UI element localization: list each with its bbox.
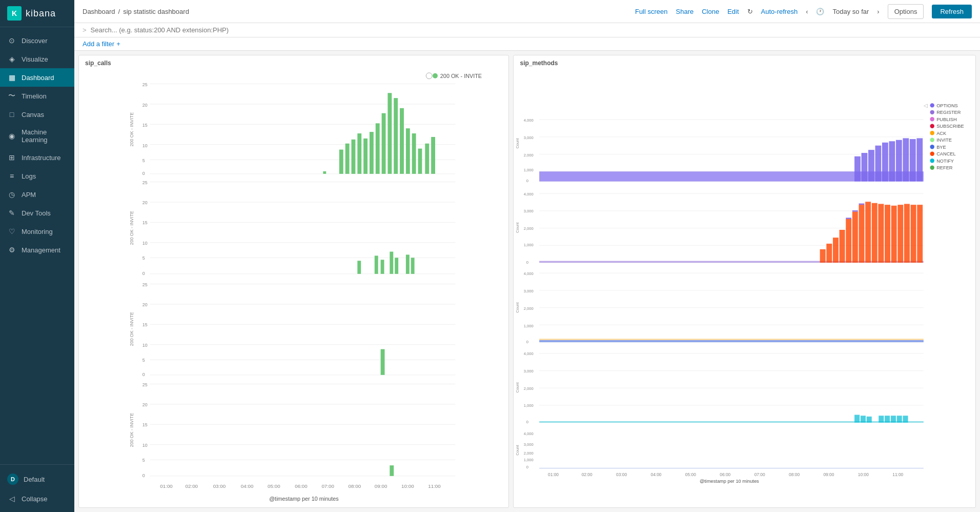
sidebar-item-apm[interactable]: ◷ APM: [0, 185, 74, 204]
user-avatar: D: [7, 474, 18, 485]
svg-rect-20: [363, 139, 368, 174]
svg-text:2,000: 2,000: [524, 386, 534, 391]
svg-point-109: [930, 159, 934, 163]
svg-text:3,000: 3,000: [524, 289, 534, 293]
breadcrumb-current: sip statistic dashboard: [123, 8, 189, 15]
svg-rect-131: [889, 141, 895, 181]
svg-text:0: 0: [142, 473, 145, 478]
svg-text:1,000: 1,000: [524, 168, 534, 172]
nav-prev-icon[interactable]: ‹: [806, 8, 808, 15]
svg-point-105: [930, 145, 934, 149]
breadcrumb-home[interactable]: Dashboard: [83, 8, 115, 15]
sidebar-item-machine-learning[interactable]: ◉ Machine Learning: [0, 124, 74, 148]
add-filter-button[interactable]: Add a filter +: [83, 40, 120, 48]
sidebar-item-logs[interactable]: ≡ Logs: [0, 167, 74, 185]
topbar: Dashboard / sip statistic dashboard Full…: [74, 0, 980, 23]
search-input[interactable]: [91, 26, 972, 34]
svg-text:200 OK - INVITE: 200 OK - INVITE: [129, 413, 134, 447]
sidebar-item-timelion[interactable]: 〜 Timelion: [0, 87, 74, 105]
share-button[interactable]: Share: [676, 8, 694, 15]
nav-next-icon[interactable]: ›: [877, 8, 879, 15]
refresh-button[interactable]: Refresh: [932, 5, 972, 18]
ml-icon: ◉: [7, 131, 16, 141]
sidebar-item-canvas[interactable]: □ Canvas: [0, 105, 74, 124]
svg-text:@timestamp per 10 minutes: @timestamp per 10 minutes: [269, 496, 339, 502]
add-filter-icon: +: [116, 40, 120, 48]
svg-text:04:00: 04:00: [651, 472, 662, 477]
svg-text:06:00: 06:00: [295, 483, 308, 489]
svg-text:25: 25: [142, 282, 148, 287]
svg-rect-52: [411, 258, 415, 274]
auto-refresh-icon: ↻: [747, 8, 753, 15]
sidebar-item-infrastructure[interactable]: ⊞ Infrastructure: [0, 148, 74, 167]
svg-rect-162: [911, 205, 916, 263]
svg-rect-24: [387, 93, 392, 174]
svg-text:2,000: 2,000: [524, 306, 534, 311]
svg-text:09:00: 09:00: [824, 472, 834, 477]
svg-text:0: 0: [526, 465, 528, 469]
svg-text:5: 5: [142, 458, 145, 463]
svg-rect-135: [917, 138, 923, 181]
svg-rect-128: [869, 150, 875, 181]
sidebar-item-discover[interactable]: ⊙ Discover: [0, 31, 74, 50]
svg-text:200 OK - INVITE: 200 OK - INVITE: [440, 73, 482, 79]
sidebar-item-management[interactable]: ⚙ Management: [0, 241, 74, 259]
sidebar-item-devtools[interactable]: ✎ Dev Tools: [0, 204, 74, 222]
sidebar-item-collapse[interactable]: ◁ Collapse: [0, 489, 74, 508]
sidebar-item-monitoring[interactable]: ♡ Monitoring: [0, 222, 74, 241]
sip-methods-chart: OPTIONS REGISTER PUBLISH SUBSCRIBE ACK I…: [518, 69, 971, 503]
svg-text:5: 5: [142, 358, 145, 363]
svg-point-2: [426, 73, 432, 79]
sidebar-item-visualize[interactable]: ◈ Visualize: [0, 50, 74, 68]
svg-rect-207: [540, 468, 924, 468]
svg-rect-151: [840, 230, 845, 263]
svg-text:CANCEL: CANCEL: [937, 151, 956, 156]
svg-text:03:00: 03:00: [213, 483, 226, 489]
auto-refresh-label[interactable]: Auto-refresh: [761, 8, 798, 15]
svg-point-101: [930, 131, 934, 135]
svg-text:02:00: 02:00: [185, 483, 198, 489]
options-button[interactable]: Options: [888, 4, 924, 19]
svg-rect-198: [897, 416, 902, 422]
svg-rect-129: [875, 146, 882, 182]
logs-icon: ≡: [7, 171, 16, 181]
svg-text:15: 15: [142, 123, 148, 128]
svg-rect-18: [352, 140, 356, 174]
svg-point-99: [930, 124, 934, 128]
sidebar-item-dashboard[interactable]: ▦ Dashboard: [0, 68, 74, 87]
svg-text:10: 10: [142, 143, 148, 148]
svg-text:3,000: 3,000: [524, 442, 534, 447]
svg-rect-193: [861, 416, 866, 422]
svg-text:0: 0: [526, 420, 528, 424]
svg-text:4,000: 4,000: [524, 118, 534, 123]
svg-rect-30: [425, 144, 429, 174]
edit-button[interactable]: Edit: [727, 8, 739, 15]
time-label[interactable]: Today so far: [832, 8, 869, 15]
logo-area[interactable]: K kibana: [0, 0, 74, 27]
sidebar-label-apm: APM: [22, 191, 36, 199]
svg-text:3,000: 3,000: [524, 369, 534, 373]
dashboard-icon: ▦: [7, 73, 16, 82]
svg-rect-166: [859, 204, 865, 205]
user-label: Default: [24, 476, 45, 483]
svg-rect-134: [910, 139, 916, 182]
timelion-icon: 〜: [7, 91, 16, 101]
svg-rect-19: [357, 133, 361, 174]
sip-methods-body: OPTIONS REGISTER PUBLISH SUBSCRIBE ACK I…: [514, 69, 975, 507]
svg-rect-21: [370, 132, 374, 174]
svg-text:25: 25: [142, 382, 148, 387]
svg-text:REFER: REFER: [937, 165, 953, 170]
collapse-label: Collapse: [22, 495, 48, 503]
svg-text:0: 0: [526, 340, 528, 344]
svg-rect-163: [917, 205, 923, 263]
user-item[interactable]: D Default: [0, 469, 74, 489]
svg-text:200 OK - INVITE: 200 OK - INVITE: [129, 112, 134, 147]
fullscreen-button[interactable]: Full screen: [635, 8, 668, 15]
svg-text:0: 0: [526, 260, 528, 265]
svg-rect-47: [375, 255, 378, 273]
svg-text:0: 0: [142, 372, 145, 377]
svg-rect-196: [885, 416, 890, 422]
svg-rect-126: [855, 156, 861, 182]
clone-button[interactable]: Clone: [702, 8, 719, 15]
searchbar: >: [74, 23, 980, 37]
